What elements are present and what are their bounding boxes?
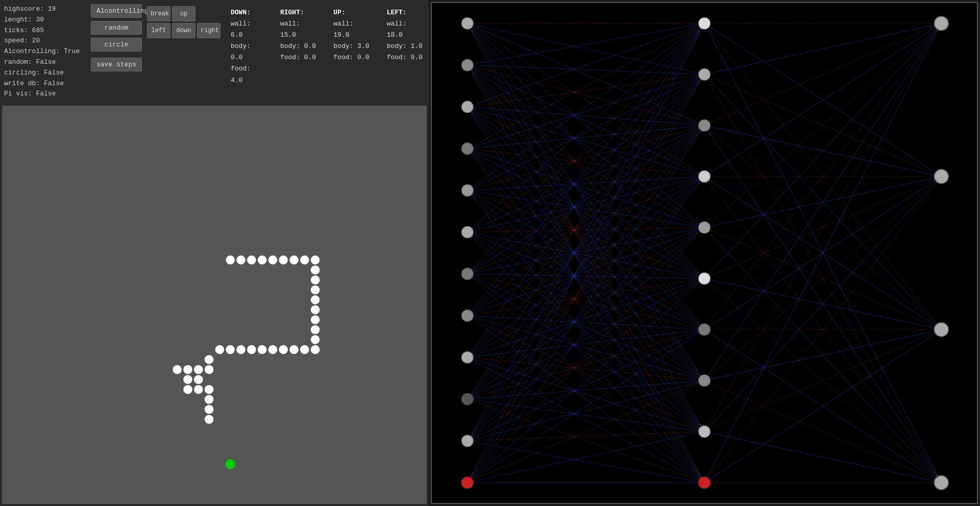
left-panel: highscore: 19 lenght: 30 ticks: 685 spee…: [0, 0, 429, 506]
direction-group: break up left down right: [147, 6, 220, 38]
pi-vis-stat: Pi vis: False: [4, 89, 86, 99]
sensor-up: UP: wall: 19.0 body: 3.0 food: 0.0: [333, 7, 371, 99]
sensor-readouts: DOWN: wall: 6.0 body: 0.0 food: 4.0 RIGH…: [226, 4, 425, 99]
sensor-left: LEFT: wall: 18.0 body: 1.0 food: 0.0: [387, 7, 425, 99]
stats-panel: highscore: 19 lenght: 30 ticks: 685 spee…: [4, 4, 86, 99]
up-button[interactable]: up: [172, 6, 195, 21]
game-canvas: [2, 106, 427, 504]
dir-and-sensors: break up left down right: [147, 4, 220, 99]
write-db-stat: write db: False: [4, 79, 86, 89]
left-button[interactable]: left: [147, 23, 170, 38]
save-steps-button[interactable]: save steps: [91, 58, 142, 71]
ticks-stat: ticks: 685: [4, 26, 86, 36]
top-controls: highscore: 19 lenght: 30 ticks: 685 spee…: [0, 0, 429, 104]
circling-stat: circling: False: [4, 68, 86, 79]
length-stat: lenght: 30: [4, 15, 86, 26]
aicontrolling-button[interactable]: Alcontrolling: [91, 4, 142, 18]
nn-canvas: [432, 3, 977, 503]
neural-network-panel: [431, 2, 978, 504]
highscore-stat: highscore: 19: [4, 4, 86, 15]
speed-stat: speed: 20: [4, 36, 86, 46]
break-button[interactable]: break: [147, 6, 170, 21]
sensor-down: DOWN: wall: 6.0 body: 0.0 food: 4.0: [231, 7, 265, 99]
random-button[interactable]: random: [91, 21, 142, 35]
button-group: Alcontrolling random circle save steps: [91, 4, 142, 99]
circle-button[interactable]: circle: [91, 38, 142, 52]
down-button[interactable]: down: [172, 23, 195, 38]
random-stat: random: False: [4, 57, 86, 68]
game-area: [2, 106, 427, 504]
aicontrolling-stat: Alcontrolling: True: [4, 46, 86, 57]
right-button[interactable]: right: [197, 23, 220, 38]
sensor-right: RIGHT: wall: 15.0 body: 0.0 food: 0.0: [280, 7, 318, 99]
